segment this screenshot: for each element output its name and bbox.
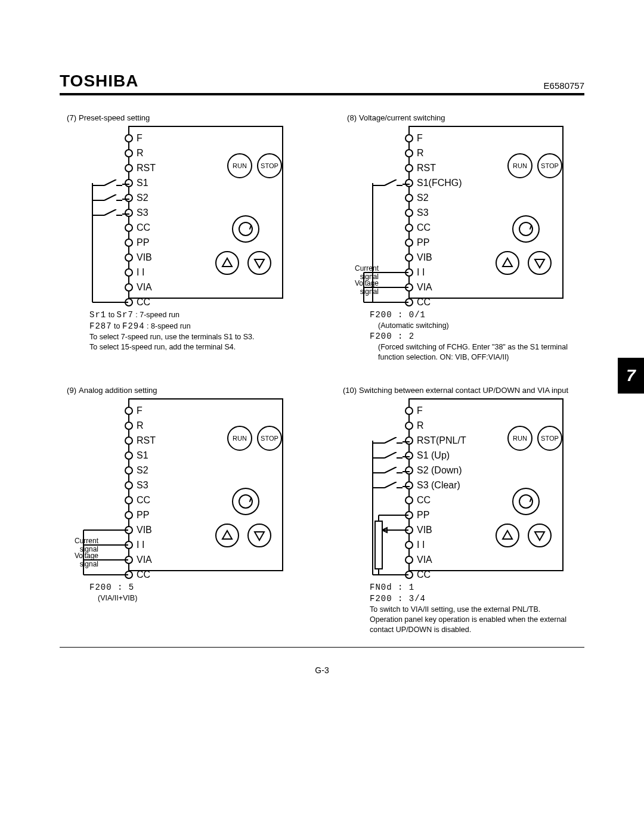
dial-knob-icon[interactable]: [232, 215, 259, 243]
terminal: VIA: [132, 553, 156, 566]
terminal-label: VIA: [417, 282, 432, 293]
terminal-label: CC: [137, 495, 150, 506]
terminal: F: [412, 404, 466, 417]
terminal: S3: [412, 206, 462, 219]
terminal: F: [412, 132, 462, 145]
terminal: PP: [132, 509, 156, 522]
contact-switch-icon: [92, 194, 122, 203]
terminal: CC: [412, 568, 466, 581]
terminal-label: S3: [137, 480, 148, 491]
potentiometer-icon: [355, 398, 414, 577]
terminal: S1: [132, 449, 156, 462]
diagram-notes: F200 : 0/1(Automatic switching)F200 : 2(…: [370, 309, 572, 362]
terminal: PP: [132, 236, 156, 249]
stop-button[interactable]: STOP: [257, 153, 282, 178]
terminal: VIB: [132, 251, 156, 264]
signal-label: Voltage signal: [63, 552, 98, 568]
terminal: S2: [412, 191, 462, 205]
terminal: R: [412, 147, 462, 160]
terminal-label: RST: [417, 163, 436, 174]
down-button[interactable]: [528, 524, 552, 547]
svg-marker-16: [503, 258, 512, 267]
terminal-label: CC: [137, 222, 150, 233]
terminal-label: VIB: [417, 525, 432, 535]
stop-button[interactable]: STOP: [257, 426, 282, 451]
stop-button[interactable]: STOP: [537, 153, 562, 178]
terminal-label: VIA: [137, 555, 152, 565]
terminal-label: CC: [417, 495, 431, 506]
down-button[interactable]: [528, 251, 552, 275]
terminal: S1(FCHG): [412, 176, 462, 190]
wiring-diagram: FRRSTS1S2S3CCPPVIBI IVIACCRUN STOP: [75, 126, 289, 305]
doc-id: E6580757: [544, 80, 584, 91]
svg-line-5: [104, 179, 116, 185]
terminal: R: [412, 419, 466, 432]
svg-line-9: [104, 194, 116, 200]
wiring-diagram: FRRSTS1S2S3CCPPVIBI IVIACCRUN STOP Curre…: [75, 398, 289, 577]
terminal: CC: [412, 296, 462, 309]
up-button[interactable]: [215, 251, 239, 275]
run-button[interactable]: RUN: [227, 426, 252, 451]
terminal: I I: [412, 538, 466, 552]
run-button[interactable]: RUN: [507, 426, 532, 451]
terminal: S3 (Clear): [412, 479, 466, 492]
terminal: RST: [132, 434, 156, 447]
terminal-label: S2: [417, 193, 429, 203]
terminal-label: CC: [417, 297, 431, 308]
svg-marker-35: [503, 531, 512, 539]
terminal: S2: [132, 191, 156, 205]
svg-marker-17: [535, 259, 544, 268]
terminal-label: PP: [137, 510, 149, 521]
diagram-title: Voltage/current switching: [359, 113, 445, 122]
terminal-label: S2: [137, 465, 148, 476]
terminal-label: S1: [137, 178, 148, 188]
terminal: R: [132, 419, 156, 432]
signal-label: Current signal: [63, 537, 98, 553]
terminal-label: F: [137, 133, 143, 144]
terminal: CC: [132, 568, 156, 581]
terminal: S2 (Down): [412, 464, 466, 477]
terminal-label: S1(FCHG): [417, 178, 462, 188]
terminal: I I: [132, 538, 156, 552]
terminal-label: I I: [417, 540, 425, 550]
terminal-label: I I: [137, 267, 144, 278]
up-button[interactable]: [215, 524, 239, 547]
terminal-label: R: [417, 148, 424, 159]
dial-knob-icon[interactable]: [512, 215, 540, 243]
contact-switch-icon: [92, 209, 122, 218]
terminal-label: CC: [417, 569, 431, 580]
terminal: RST(PNL/T: [412, 434, 466, 447]
terminal-label: S1: [137, 450, 148, 461]
page-number: G-3: [60, 665, 584, 675]
down-button[interactable]: [247, 524, 271, 547]
wiring-diagram: FRRST(PNL/TS1 (Up)S2 (Down)S3 (Clear)CCP…: [355, 398, 569, 577]
terminal: VIB: [132, 524, 156, 537]
terminal: PP: [412, 236, 462, 249]
run-button[interactable]: RUN: [227, 153, 252, 178]
svg-marker-0: [222, 258, 232, 267]
terminal-label: R: [137, 148, 144, 159]
terminal-label: PP: [417, 510, 429, 521]
terminal: VIA: [412, 281, 462, 294]
terminal-label: F: [137, 405, 143, 416]
terminal-label: VIB: [137, 525, 152, 535]
stop-button[interactable]: STOP: [537, 426, 562, 451]
down-button[interactable]: [247, 251, 271, 275]
up-button[interactable]: [496, 524, 519, 547]
diagram-number: (7): [60, 113, 76, 122]
terminal: S1 (Up): [412, 449, 466, 462]
diagram-title: Analog addition setting: [79, 386, 157, 395]
terminal-label: S2 (Down): [417, 465, 462, 476]
terminal-label: R: [137, 420, 144, 431]
terminal: CC: [412, 494, 466, 507]
terminal-label: S2: [137, 193, 148, 203]
terminal-label: PP: [137, 237, 149, 248]
run-button[interactable]: RUN: [507, 153, 532, 178]
terminal: S1: [132, 176, 156, 190]
diagram-title: Preset-speed setting: [79, 113, 150, 122]
terminal: CC: [412, 221, 462, 234]
diagram-notes: F200 : 5(VIA/II+VIB): [89, 582, 292, 603]
terminal: VIB: [412, 251, 462, 264]
contact-switch-icon: [92, 179, 122, 188]
up-button[interactable]: [496, 251, 519, 275]
